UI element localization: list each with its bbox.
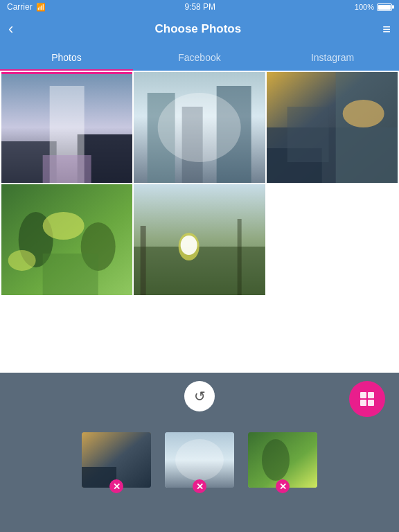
svg-rect-21 xyxy=(43,254,98,295)
photo-cell-5[interactable] xyxy=(134,184,265,295)
rotate-button[interactable]: ↺ xyxy=(184,381,215,411)
selected-photos-strip: ✕ ✕ xyxy=(0,425,399,495)
svg-rect-29 xyxy=(368,392,374,398)
content-area: ↺ xyxy=(0,71,399,532)
svg-point-35 xyxy=(175,439,224,481)
status-bar: Carrier 📶 9:58 PM 100% xyxy=(0,0,399,14)
carrier-label: Carrier xyxy=(7,2,33,12)
nav-bar: ‹ Choose Photos ≡ xyxy=(0,14,399,44)
action-buttons-row: ↺ xyxy=(0,373,399,425)
svg-rect-31 xyxy=(368,400,374,406)
edit-button[interactable] xyxy=(349,381,385,417)
back-button[interactable]: ‹ xyxy=(8,20,13,38)
tab-photos[interactable]: Photos xyxy=(0,44,133,71)
tab-instagram[interactable]: Instagram xyxy=(266,44,399,71)
svg-rect-26 xyxy=(141,226,146,295)
battery-icon xyxy=(377,3,392,11)
photo-cell-3[interactable] xyxy=(267,72,398,183)
status-left: Carrier 📶 xyxy=(7,2,46,12)
menu-button[interactable]: ≡ xyxy=(382,21,391,37)
svg-point-37 xyxy=(262,439,290,481)
battery-label: 100% xyxy=(355,3,374,11)
svg-point-18 xyxy=(43,212,85,240)
selected-photo-2[interactable]: ✕ xyxy=(165,432,234,488)
photo-cell-2[interactable] xyxy=(134,72,265,183)
remove-photo-3-button[interactable]: ✕ xyxy=(276,479,290,493)
wifi-icon: 📶 xyxy=(36,3,46,12)
svg-rect-27 xyxy=(238,219,242,295)
selected-photo-1[interactable]: ✕ xyxy=(82,432,151,488)
photo-cell-4[interactable] xyxy=(1,184,132,295)
svg-point-25 xyxy=(181,236,197,255)
svg-rect-4 xyxy=(43,155,91,183)
svg-rect-30 xyxy=(360,400,366,406)
bottom-panel: ↺ xyxy=(0,373,399,532)
photo-grid xyxy=(0,71,399,296)
remove-photo-1-button[interactable]: ✕ xyxy=(109,479,123,493)
tab-facebook[interactable]: Facebook xyxy=(133,44,266,71)
svg-rect-28 xyxy=(360,392,366,398)
photo-cell-1[interactable] xyxy=(1,72,132,183)
nav-title: Choose Photos xyxy=(154,22,241,36)
status-time: 9:58 PM xyxy=(184,2,215,12)
tab-bar: Photos Facebook Instagram xyxy=(0,44,399,71)
svg-point-13 xyxy=(342,100,384,127)
selected-photo-3[interactable]: ✕ xyxy=(248,432,317,488)
svg-rect-23 xyxy=(134,247,265,295)
svg-point-9 xyxy=(158,93,241,162)
rotate-icon: ↺ xyxy=(194,388,206,405)
svg-rect-12 xyxy=(335,72,398,183)
remove-photo-2-button[interactable]: ✕ xyxy=(193,479,206,493)
svg-rect-15 xyxy=(287,107,328,162)
photo-cell-6 xyxy=(267,184,398,295)
status-right: 100% xyxy=(355,3,392,11)
svg-point-20 xyxy=(8,250,36,271)
collage-icon xyxy=(359,391,375,407)
